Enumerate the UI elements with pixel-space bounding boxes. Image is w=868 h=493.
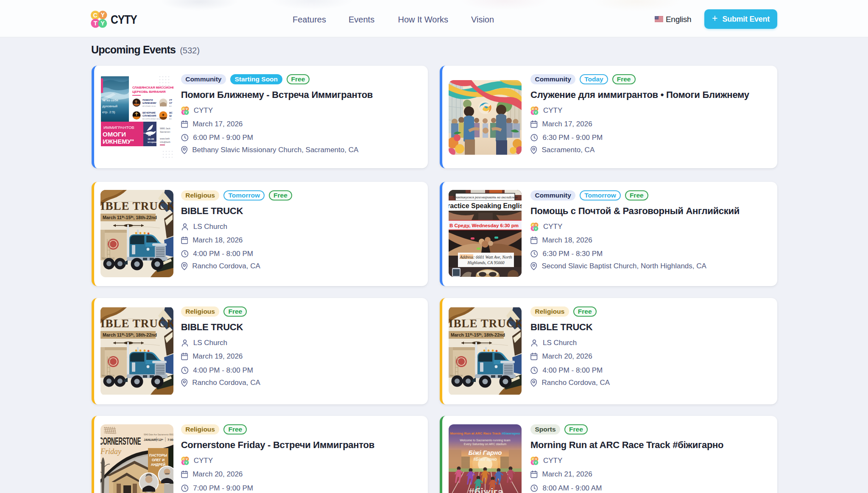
svg-text:C: C <box>93 12 98 19</box>
svg-text:JANUARY: JANUARY <box>144 438 158 441</box>
svg-text:7:00: 7:00 <box>167 438 173 441</box>
svg-text:АНДРЕЙ: АНДРЕЙ <box>151 462 165 467</box>
svg-text:#біжіга: #біжіга <box>469 486 504 493</box>
svg-text:9880 Jack: 9880 Jack <box>160 127 170 130</box>
svg-text:Y: Y <box>185 107 187 111</box>
svg-text:ВО: ВО <box>169 118 172 120</box>
svg-text:Sacramen: Sacramen <box>160 131 170 133</box>
svg-text:12ᵗʰ: 12ᵗʰ <box>158 438 163 441</box>
svg-text:ВС: ВС <box>169 111 173 114</box>
svg-text:www.beth: www.beth <box>159 137 170 140</box>
svg-text:ОЛЕГ И: ОЛЕГ И <box>152 458 165 462</box>
svg-text:9940 Date Ave Sacramento 95827: 9940 Date Ave Sacramento 95827 <box>144 434 173 436</box>
svg-text:info@beth: info@beth <box>160 141 170 143</box>
svg-text:Y: Y <box>185 457 187 461</box>
svg-text:Біжі Гарно: Біжі Гарно <box>469 449 502 456</box>
svg-text:IBLE TRUCK: IBLE TRUCK <box>100 200 173 212</box>
svg-text:Ш: Ш <box>169 114 172 117</box>
svg-text:Morning Run at ARC Race Track: Morning Run at ARC Race Track #біжигарно <box>450 432 520 435</box>
svg-text:Y: Y <box>535 457 537 461</box>
svg-text:Y: Y <box>535 223 537 227</box>
svg-text:T: T <box>94 20 98 27</box>
svg-text:IBLE TRUCK: IBLE TRUCK <box>100 317 173 330</box>
svg-text:СЛУЖЕНИЯ: СЛУЖЕНИЯ <box>142 114 156 117</box>
svg-text:Address: 6601 Watt Ave, North: Address: 6601 Watt Ave, North <box>459 255 512 259</box>
svg-text:БЛИЖНЕМУ: БЛИЖНЕМУ <box>142 102 156 104</box>
svg-text:T: T <box>532 111 534 114</box>
svg-text:Every Saturday on ARC stadium: Every Saturday on ARC stadium <box>464 443 507 446</box>
svg-text:Y: Y <box>535 461 537 465</box>
svg-text:ВЕЧЕРНИЕ: ВЕЧЕРНИЕ <box>142 111 156 114</box>
svg-text:Y: Y <box>535 111 537 114</box>
svg-text:СГ: СГ <box>169 102 173 104</box>
svg-text:#БіжіГарно: #БіжіГарно <box>473 457 497 462</box>
svg-text:T: T <box>183 461 185 465</box>
svg-text:ПАСТОРЫ: ПАСТОРЫ <box>149 454 167 457</box>
svg-text:T: T <box>532 227 534 231</box>
svg-text:Практикуемся разговаривать на: Практикуемся разговаривать на английском <box>452 195 518 199</box>
svg-text:УТ: УТ <box>169 99 172 101</box>
svg-text:Y: Y <box>185 461 187 465</box>
svg-text:духовный: духовный <box>102 104 117 108</box>
svg-text:Y: Y <box>101 11 105 18</box>
svg-text:ПОМОГИ: ПОМОГИ <box>142 99 153 101</box>
svg-text:Highlands, CA 95660: Highlands, CA 95660 <box>467 260 505 265</box>
svg-text:ОМОГИ: ОМОГИ <box>103 131 126 138</box>
svg-text:вторник: вторник <box>148 141 158 143</box>
svg-text:СЛАВЯНСКАЯ МИССИОНЕРС: СЛАВЯНСКАЯ МИССИОНЕРС <box>132 86 173 89</box>
svg-text:ВОСКРЕСЕНЬЕ 18:00: ВОСКРЕСЕНЬЕ 18:00 <box>142 118 161 120</box>
svg-text:ИММИГРАНТОВ: ИММИГРАНТОВ <box>103 125 134 130</box>
svg-text:ВО: ВО <box>169 105 172 107</box>
svg-text:March 11ᵗʰ-15ᵗʰ, 18th-22nd: March 11ᵗʰ-15ᵗʰ, 18th-22nd <box>451 332 505 337</box>
svg-text:March 11ᵗʰ-15ᵗʰ, 18th-22nd: March 11ᵗʰ-15ᵗʰ, 18th-22nd <box>103 215 157 220</box>
svg-text:T: T <box>183 111 185 114</box>
svg-text:CORNERSTONE: CORNERSTONE <box>100 436 141 447</box>
svg-text:18-00: 18-00 <box>148 138 154 140</box>
svg-text:Y: Y <box>100 20 105 27</box>
svg-text:Y: Y <box>535 107 537 111</box>
svg-text:етр. 2:5): етр. 2:5) <box>102 110 115 114</box>
svg-text:ВТОРНИК 18:00: ВТОРНИК 18:00 <box>142 105 156 107</box>
svg-text:IBLE TRUCK: IBLE TRUCK <box>449 317 522 330</box>
svg-text:ИЖНЕМУ": ИЖНЕМУ" <box>103 138 134 145</box>
svg-text:В Среду, Wednesday 6:30 pm: В Среду, Wednesday 6:30 pm <box>449 223 519 228</box>
svg-text:T: T <box>532 461 534 465</box>
svg-text:те из себя: те из себя <box>102 98 118 102</box>
svg-text:Y: Y <box>185 111 187 114</box>
svg-text:ractice Speaking Englis: ractice Speaking Englis <box>449 202 522 209</box>
svg-text:Welcome to Sacramento running: Welcome to Sacramento running team <box>460 439 510 442</box>
svg-text:Friday: Friday <box>100 447 121 456</box>
svg-text:ЦЕРКОВЬ ВИФАНИЯ: ЦЕРКОВЬ ВИФАНИЯ <box>132 90 165 94</box>
svg-text:March 11ᵗʰ-15ᵗʰ, 18th-22nd: March 11ᵗʰ-15ᵗʰ, 18th-22nd <box>103 332 157 337</box>
svg-text:Y: Y <box>535 227 537 231</box>
